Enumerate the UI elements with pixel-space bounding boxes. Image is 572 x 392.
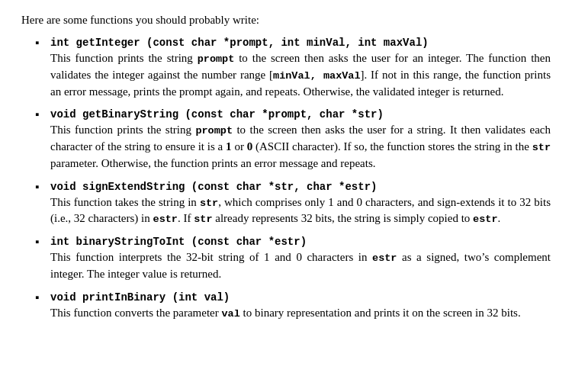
function-signature: void printInBinary (int val) bbox=[50, 291, 551, 304]
intro-text: Here are some functions you should proba… bbox=[21, 14, 551, 27]
list-item: ▪int binaryStringToInt (const char *estr… bbox=[35, 235, 551, 283]
function-list: ▪int getInteger (const char *prompt, int… bbox=[35, 36, 551, 321]
list-item: ▪void signExtendString (const char *str,… bbox=[35, 180, 551, 228]
bullet-icon: ▪ bbox=[35, 37, 46, 50]
function-signature: void getBinaryString (const char *prompt… bbox=[50, 108, 551, 120]
function-block: void getBinaryString (const char *prompt… bbox=[50, 108, 551, 172]
bullet-icon: ▪ bbox=[35, 236, 46, 249]
function-block: int binaryStringToInt (const char *estr)… bbox=[50, 235, 551, 283]
function-signature: void signExtendString (const char *str, … bbox=[50, 180, 551, 193]
bullet-icon: ▪ bbox=[35, 108, 46, 121]
function-block: int getInteger (const char *prompt, int … bbox=[50, 36, 551, 100]
bullet-icon: ▪ bbox=[35, 291, 46, 304]
list-item: ▪int getInteger (const char *prompt, int… bbox=[35, 36, 551, 100]
function-signature: int binaryStringToInt (const char *estr) bbox=[50, 235, 551, 248]
function-description: This function takes the string in str, w… bbox=[50, 194, 551, 228]
function-block: void printInBinary (int val)This functio… bbox=[50, 291, 551, 322]
function-signature: int getInteger (const char *prompt, int … bbox=[50, 36, 551, 49]
function-description: This function converts the parameter val… bbox=[50, 305, 551, 322]
function-description: This function prints the string prompt t… bbox=[50, 122, 551, 172]
function-description: This function prints the string prompt t… bbox=[50, 50, 551, 100]
list-item: ▪void getBinaryString (const char *promp… bbox=[35, 108, 551, 172]
function-description: This function interprets the 32-bit stri… bbox=[50, 249, 551, 283]
bullet-icon: ▪ bbox=[35, 181, 46, 194]
list-item: ▪void printInBinary (int val)This functi… bbox=[35, 291, 551, 322]
function-block: void signExtendString (const char *str, … bbox=[50, 180, 551, 228]
